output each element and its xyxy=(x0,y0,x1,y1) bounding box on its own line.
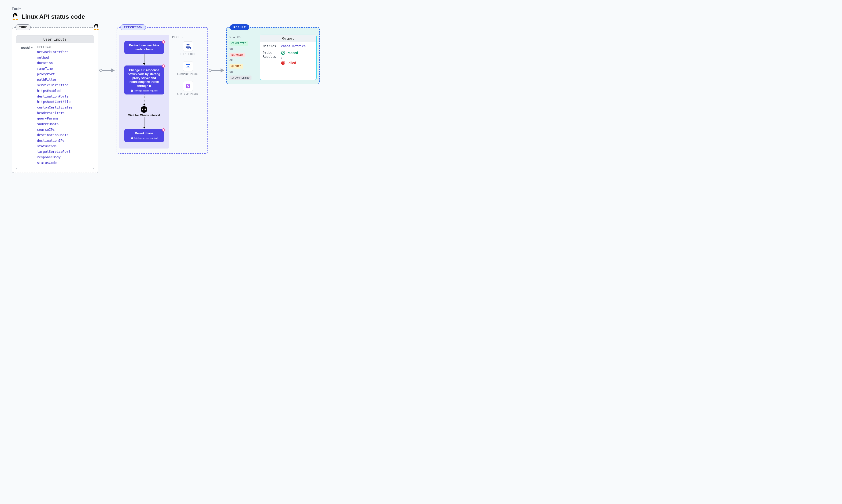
execution-flow: Derive Linux machine under chaos Change … xyxy=(119,35,169,148)
status-queued: QUEUED xyxy=(229,64,243,69)
svg-point-34 xyxy=(209,69,211,72)
connector-arrow xyxy=(208,67,226,74)
status-completed: COMPLETED xyxy=(229,41,248,46)
globe-icon xyxy=(183,41,193,51)
linux-penguin-icon xyxy=(93,23,99,31)
tunable-item: responseBody xyxy=(37,155,91,160)
tune-label: TUNE xyxy=(15,24,31,30)
probe-label: HTTP PROBE xyxy=(179,53,196,56)
linux-penguin-icon xyxy=(12,13,19,21)
privilege-note: Privilege access required xyxy=(126,137,162,140)
tunable-item: sourceIPs xyxy=(37,127,91,132)
clock-icon xyxy=(141,106,147,113)
flow-arrow xyxy=(142,54,146,66)
status-errored: ERRORED xyxy=(229,53,245,57)
svg-point-6 xyxy=(13,19,15,20)
tunable-item: customCertificates xyxy=(37,105,91,110)
x-circle-icon xyxy=(281,61,285,65)
svg-point-14 xyxy=(94,29,96,30)
tunable-item: sourceHosts xyxy=(37,122,91,127)
execution-label: EXECUTION xyxy=(120,24,146,30)
svg-line-22 xyxy=(144,109,145,110)
chaos-tag-icon xyxy=(161,40,166,44)
output-box: Output Metrics chaos metrics Probe Resul… xyxy=(260,35,316,80)
svg-point-7 xyxy=(16,19,18,20)
probe-http: HTTP PROBE xyxy=(172,41,204,56)
tunable-item: pathFilter xyxy=(37,77,91,82)
tune-panel: TUNE User Inputs Tunable OPTIONAL networ… xyxy=(12,27,98,173)
optional-label: OPTIONAL xyxy=(37,46,91,49)
status-title: STATUS xyxy=(229,36,256,39)
privilege-icon xyxy=(131,90,133,92)
probe-srm-slo: SRM SLO PROBE xyxy=(172,81,204,95)
user-inputs-title: User Inputs xyxy=(16,36,94,43)
metrics-label: Metrics xyxy=(263,44,278,48)
step-revert-chaos: Revert chaos Privilege access required xyxy=(124,129,164,142)
probe-results-label: Probe Results xyxy=(263,51,278,65)
svg-point-15 xyxy=(97,29,99,30)
probes-label: PROBES xyxy=(172,36,204,39)
wait-step: Wait for Chaos Interval xyxy=(128,106,160,118)
or-separator: OR xyxy=(229,48,256,51)
check-circle-icon xyxy=(281,51,285,55)
tunable-item: destinationHosts xyxy=(37,132,91,138)
tunable-item: destinationIPs xyxy=(37,138,91,143)
probe-results-row: Probe Results Passed OR xyxy=(263,51,313,65)
tunable-item: statusCode xyxy=(37,144,91,149)
status-column: STATUS COMPLETED OR ERRORED OR QUEUED OR… xyxy=(229,35,256,80)
svg-point-16 xyxy=(100,69,102,72)
result-failed: Failed xyxy=(281,61,298,65)
result-passed: Passed xyxy=(281,51,298,55)
svg-point-4 xyxy=(14,15,15,15)
or-separator: OR xyxy=(229,59,256,62)
output-title: Output xyxy=(260,35,316,42)
connector-arrow xyxy=(98,67,117,74)
probes-column: PROBES HTTP PROBE COMMAND PROBE SRM SLO … xyxy=(169,35,206,148)
svg-rect-31 xyxy=(186,65,190,68)
tunable-item: rampTime xyxy=(37,66,91,71)
tunable-item: headersFilters xyxy=(37,111,91,116)
tunable-item: destinationPorts xyxy=(37,94,91,99)
metrics-link[interactable]: chaos metrics xyxy=(281,44,306,48)
page-title-row: Linux API status code xyxy=(12,13,830,21)
result-panel: RESULT STATUS COMPLETED OR ERRORED OR QU… xyxy=(226,27,320,84)
result-label: RESULT xyxy=(230,24,250,30)
fault-label: Fault xyxy=(12,7,830,11)
tunable-item: httpsRootCertFile xyxy=(37,100,91,105)
chaos-tag-icon xyxy=(161,128,166,132)
metrics-row: Metrics chaos metrics xyxy=(263,44,313,48)
tunable-item: networkInterface xyxy=(37,50,91,55)
tunable-item: duration xyxy=(37,60,91,66)
privilege-icon xyxy=(131,137,133,139)
privilege-note: Privilege access required xyxy=(127,89,162,92)
step-change-status-code: Change API response status code by start… xyxy=(124,66,164,95)
tunable-label: Tunable xyxy=(19,46,33,165)
tunable-item: queryParams xyxy=(37,116,91,121)
wait-label: Wait for Chaos Interval xyxy=(128,114,160,118)
tunable-item: statusCode xyxy=(37,160,91,166)
tunable-list: networkInterface method duration rampTim… xyxy=(37,50,91,165)
user-inputs-box: User Inputs Tunable OPTIONAL networkInte… xyxy=(16,36,94,169)
svg-point-13 xyxy=(97,25,97,25)
page-title: Linux API status code xyxy=(21,13,85,20)
shield-check-icon xyxy=(183,81,193,91)
status-incompleted: INCOMPLETED xyxy=(229,75,252,80)
step-derive-machine: Derive Linux machine under chaos xyxy=(124,41,164,54)
or-separator: OR xyxy=(281,56,298,59)
svg-line-30 xyxy=(190,49,191,49)
diagram-canvas: TUNE User Inputs Tunable OPTIONAL networ… xyxy=(12,27,830,173)
or-separator: OR xyxy=(229,70,256,73)
tunable-item: httpsEnabled xyxy=(37,88,91,93)
svg-point-29 xyxy=(189,47,191,49)
tunable-item: proxyPort xyxy=(37,72,91,77)
terminal-icon xyxy=(183,61,193,71)
tunable-item: serviceDirection xyxy=(37,83,91,88)
chaos-tag-icon xyxy=(161,64,166,68)
probe-command: COMMAND PROBE xyxy=(172,61,204,75)
flow-arrow-dotted xyxy=(142,94,146,106)
probe-label: SRM SLO PROBE xyxy=(177,92,199,95)
svg-point-5 xyxy=(16,15,16,15)
flow-arrow xyxy=(142,118,146,129)
probe-label: COMMAND PROBE xyxy=(177,72,199,75)
execution-panel: EXECUTION Derive Linux machine under cha… xyxy=(117,27,208,154)
